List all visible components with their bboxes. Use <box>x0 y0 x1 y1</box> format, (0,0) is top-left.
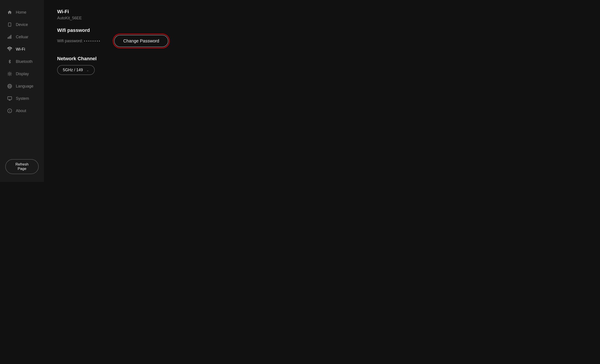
wifi-section: Wi-Fi AutoKit_56EE <box>57 9 287 20</box>
wifi-network-name: AutoKit_56EE <box>57 16 287 20</box>
svg-point-7 <box>9 50 10 51</box>
display-icon <box>7 71 12 76</box>
home-icon <box>7 10 12 15</box>
sidebar-item-device-label: Device <box>16 22 28 27</box>
sidebar-item-home[interactable]: Home <box>2 7 42 18</box>
bluetooth-icon <box>7 59 12 64</box>
sidebar-item-system[interactable]: System <box>2 93 42 104</box>
password-label-value: Wifi password: •••••••• <box>57 39 101 43</box>
sidebar-item-language-label: Language <box>16 84 33 89</box>
svg-line-15 <box>11 72 11 73</box>
sidebar-item-bluetooth-label: Bluetooth <box>16 59 33 64</box>
password-section-title: Wifi password <box>57 28 287 33</box>
sidebar-item-cellular[interactable]: Celluar <box>2 31 42 43</box>
sidebar-item-wifi[interactable]: Wi-Fi <box>2 44 42 55</box>
svg-point-8 <box>9 73 10 75</box>
sidebar-footer: Refresh Page <box>0 156 44 177</box>
channel-section-title: Network Channel <box>57 56 287 62</box>
wifi-icon <box>7 47 12 52</box>
refresh-page-button[interactable]: Refresh Page <box>5 159 39 174</box>
device-icon <box>7 22 12 27</box>
sidebar-item-bluetooth[interactable]: Bluetooth <box>2 56 42 67</box>
password-label: Wifi password: <box>57 39 83 43</box>
sidebar-item-wifi-label: Wi-Fi <box>16 47 25 52</box>
sidebar-item-about-label: About <box>16 109 26 113</box>
channel-section: Network Channel 5GHz / 149 ⌄ <box>57 56 287 75</box>
svg-rect-3 <box>8 37 8 39</box>
sidebar-item-device[interactable]: Device <box>2 19 42 30</box>
main-content: Wi-Fi AutoKit_56EE Wifi password Wifi pa… <box>44 0 300 182</box>
svg-line-14 <box>11 75 11 75</box>
svg-rect-4 <box>9 37 9 39</box>
cellular-icon <box>7 34 12 39</box>
password-row: Wifi password: •••••••• Change Password <box>57 35 287 47</box>
channel-value: 5GHz / 149 <box>63 68 83 72</box>
about-icon <box>7 108 12 113</box>
svg-line-13 <box>8 72 9 73</box>
channel-selector[interactable]: 5GHz / 149 ⌄ <box>57 65 95 75</box>
chevron-down-icon: ⌄ <box>86 68 89 72</box>
sidebar-item-system-label: System <box>16 96 29 101</box>
svg-rect-5 <box>10 36 10 39</box>
svg-point-2 <box>9 26 10 26</box>
wifi-section-title: Wi-Fi <box>57 9 287 15</box>
sidebar: Home Device Celluar <box>0 0 44 182</box>
sidebar-item-language[interactable]: Language <box>2 80 42 92</box>
svg-point-26 <box>9 110 10 110</box>
system-icon <box>7 96 12 101</box>
svg-rect-6 <box>11 35 11 39</box>
sidebar-item-display[interactable]: Display <box>2 68 42 80</box>
language-icon <box>7 84 12 89</box>
sidebar-nav: Home Device Celluar <box>0 4 44 156</box>
change-password-button[interactable]: Change Password <box>114 35 168 47</box>
sidebar-item-display-label: Display <box>16 72 29 76</box>
sidebar-item-home-label: Home <box>16 10 26 15</box>
sidebar-item-about[interactable]: About <box>2 105 42 116</box>
svg-rect-0 <box>8 23 11 27</box>
sidebar-item-cellular-label: Celluar <box>16 35 28 39</box>
svg-rect-20 <box>8 97 12 100</box>
password-dots: •••••••• <box>84 39 101 43</box>
password-section: Wifi password Wifi password: •••••••• Ch… <box>57 28 287 47</box>
svg-line-16 <box>8 75 9 75</box>
